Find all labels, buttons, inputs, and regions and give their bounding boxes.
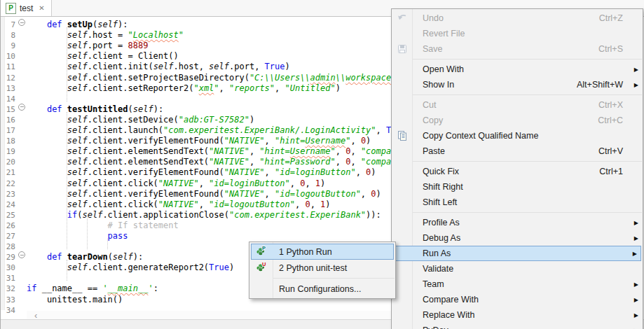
code-text: def testUntitled(self):	[27, 104, 163, 115]
menu-item-label: Replace With	[423, 310, 630, 320]
fold-gutter	[15, 59, 27, 69]
indent-guide	[87, 218, 88, 249]
context-menu-separator	[413, 59, 642, 59]
code-text: self.client.click("NATIVE", "id=logoutBu…	[27, 200, 331, 210]
context-menu-item-open-with[interactable]: Open With▶	[392, 62, 643, 77]
context-menu-item-pydev[interactable]: PyDev▶	[392, 323, 643, 329]
svg-text:U: U	[262, 262, 266, 267]
fold-gutter	[15, 302, 27, 313]
line-number: 31	[0, 273, 15, 284]
menu-item-label: Revert File	[423, 29, 630, 38]
menu-item-label: Validate	[423, 264, 630, 274]
fold-gutter	[15, 218, 27, 228]
menu-item-label: Shift Left	[423, 197, 630, 207]
scroll-left-icon[interactable]: ‹	[34, 312, 37, 319]
code-text: # If statement	[27, 220, 179, 231]
menu-item-shortcut: Ctrl+X	[598, 100, 623, 110]
line-number: 8	[0, 30, 15, 41]
context-menu-item-replace-with[interactable]: Replace With▶	[392, 307, 643, 323]
submenu-arrow-icon: ▶	[630, 312, 638, 318]
run-as-submenu-separator	[273, 278, 395, 279]
line-number: 11	[0, 62, 15, 72]
indent-guide	[107, 239, 108, 249]
code-text: self.client.verifyElementFound("NATIVE",…	[27, 167, 376, 178]
run-as-submenu: P1 Python RunU2 Python unit-testRun Conf…	[249, 241, 396, 299]
code-text: self.port = 8889	[27, 41, 148, 51]
fold-collapse-icon[interactable]	[15, 249, 27, 260]
line-number: 30	[0, 262, 15, 273]
context-menu-item-profile-as[interactable]: Profile As▶	[392, 215, 643, 230]
line-number: 16	[0, 115, 15, 125]
menu-item-label: Open With	[423, 64, 630, 74]
context-menu-item-paste[interactable]: PasteCtrl+V	[392, 144, 643, 159]
submenu-arrow-icon: ▶	[630, 297, 638, 303]
context-menu-item-quick-fix[interactable]: Quick FixCtrl+1	[392, 164, 643, 179]
menu-item-label: Shift Right	[423, 182, 630, 192]
indent-guide	[67, 27, 67, 102]
fold-collapse-icon[interactable]	[15, 102, 27, 112]
context-menu-item-save: SaveCtrl+S	[392, 41, 643, 57]
window-left-edge	[0, 0, 1, 329]
menu-item-shortcut: Ctrl+V	[598, 146, 623, 156]
code-text: self.client.setReporter2("xml", "reports…	[27, 83, 341, 94]
code-text: self.client.verifyElementFound("NATIVE",…	[27, 136, 371, 146]
context-menu-item-run-as[interactable]: Run As▶	[393, 246, 641, 261]
fold-gutter	[15, 80, 27, 91]
copy-icon	[396, 130, 409, 141]
context-menu-item-revert-file: Revert File	[392, 26, 643, 41]
fold-gutter	[15, 69, 27, 80]
menu-item-label: Save	[423, 44, 598, 54]
fold-gutter	[15, 112, 27, 122]
submenu-arrow-icon: ▶	[630, 281, 638, 288]
tab-close-icon[interactable]: ✕	[39, 4, 44, 12]
code-text: self.client.setProjectBaseDirectory("C:\…	[27, 73, 402, 83]
fold-gutter	[15, 91, 27, 102]
run-as-submenu-item-2-python-unit-test[interactable]: U2 Python unit-test	[249, 260, 395, 276]
context-menu-item-validate[interactable]: Validate	[392, 261, 643, 276]
code-text: pass	[27, 231, 128, 241]
line-number: 19	[0, 146, 15, 157]
code-text: if(self.client.applicationClose("com.exp…	[27, 210, 381, 220]
line-number: 7	[0, 20, 15, 30]
context-menu-item-show-in[interactable]: Show InAlt+Shift+W▶	[392, 77, 643, 92]
code-text: self.client.elementSendText("NATIVE", "h…	[27, 157, 411, 167]
menu-item-label: Quick Fix	[423, 167, 599, 176]
code-text: self.host = "Localhost"	[27, 30, 184, 41]
submenu-arrow-icon: ▶	[630, 235, 638, 241]
context-menu-separator	[413, 94, 642, 95]
fold-collapse-icon[interactable]	[15, 17, 27, 27]
menu-item-label: Run Configurations...	[279, 284, 383, 294]
code-text: self.client.generateReport2(True)	[27, 262, 234, 273]
context-menu-item-compare-with[interactable]: Compare With▶	[392, 292, 643, 307]
line-number: 20	[0, 157, 15, 167]
line-number: 25	[0, 210, 15, 220]
code-text: self.client.click("NATIVE", "id=loginBut…	[27, 178, 325, 189]
code-text: self.client.setDevice("adb:GT-S7582")	[27, 115, 254, 125]
code-text: self.client.elementSendText("NATIVE", "h…	[27, 146, 411, 157]
line-number: 26	[0, 220, 15, 231]
tab-test[interactable]: P test ✕	[1, 0, 52, 16]
code-text: self.client.launch("com.experitest.Exper…	[27, 125, 411, 136]
fold-gutter	[15, 144, 27, 154]
menu-item-shortcut: Alt+Shift+W	[577, 80, 623, 90]
indent-guide	[67, 260, 67, 281]
menu-item-label: Run As	[423, 248, 629, 258]
context-menu-item-team[interactable]: Team▶	[392, 276, 643, 292]
context-menu-item-copy-context-qualified-name[interactable]: Copy Context Qualified Name	[392, 128, 643, 144]
context-menu: UndoCtrl+ZRevert FileSaveCtrl+SOpen With…	[391, 8, 643, 329]
line-number: 12	[0, 73, 15, 83]
fold-gutter	[15, 164, 27, 175]
context-menu-item-shift-left[interactable]: Shift Left	[392, 195, 643, 210]
run-as-submenu-item-1-python-run[interactable]: P1 Python Run	[251, 244, 394, 260]
svg-text:P: P	[262, 246, 266, 251]
menu-item-label: Show In	[423, 80, 577, 90]
code-text: def tearDown(self):	[27, 252, 143, 262]
context-menu-item-shift-right[interactable]: Shift Right	[392, 179, 643, 195]
context-menu-item-debug-as[interactable]: Debug As▶	[392, 230, 643, 246]
line-number: 27	[0, 231, 15, 241]
fold-gutter	[15, 260, 27, 270]
context-menu-separator	[413, 161, 642, 162]
tab-title: test	[20, 4, 33, 13]
context-menu-item-copy: CopyCtrl+C	[392, 113, 643, 128]
run-as-submenu-item-run-configurations[interactable]: Run Configurations...	[249, 281, 395, 297]
